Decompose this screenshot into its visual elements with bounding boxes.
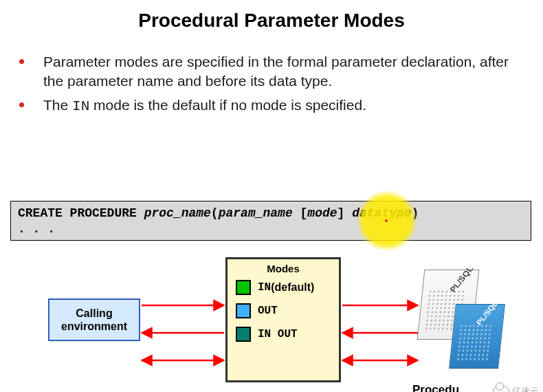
bullet-text: The IN mode is the default if no mode is… [43,96,366,116]
modes-diagram: Calling environment Modes IN (default) O… [0,257,543,392]
code-ellipsis: . . . [18,222,55,236]
bullet-text: Parameter modes are specified in the for… [43,52,529,91]
bullet-item: Parameter modes are specified in the for… [19,52,529,91]
watermark: 亿速云 [493,385,539,392]
bullet-item: The IN mode is the default if no mode is… [19,96,529,116]
slide-title: Procedural Parameter Modes [0,10,543,32]
inline-code: IN [72,98,89,114]
bullet-dot-icon [19,59,24,64]
slide: Procedural Parameter Modes Parameter mod… [0,10,543,392]
bullet-pre: The [43,97,72,113]
bullet-post: mode is the default if no mode is specif… [89,97,366,113]
cloud-icon [493,386,509,392]
code-keyword: CREATE PROCEDURE [18,206,144,220]
bullet-list: Parameter modes are specified in the for… [19,52,529,116]
code-param-name: param_name [219,206,293,220]
code-paren-close: ) [412,206,419,220]
watermark-text: 亿速云 [512,385,539,392]
code-syntax-block: CREATE PROCEDURE proc_name(param_name [m… [10,201,531,241]
code-datatype: datatype [352,206,411,220]
code-bracket-close: ] [337,206,345,220]
arrows-svg [0,257,543,392]
code-proc-name: proc_name [144,206,211,220]
code-space [293,206,300,220]
code-mode: mode [307,206,337,220]
laser-pointer-icon [385,219,388,222]
code-space [344,206,352,220]
code-paren-open: ( [211,206,219,220]
code-bracket-open: [ [300,206,308,220]
bullet-dot-icon [19,102,24,107]
